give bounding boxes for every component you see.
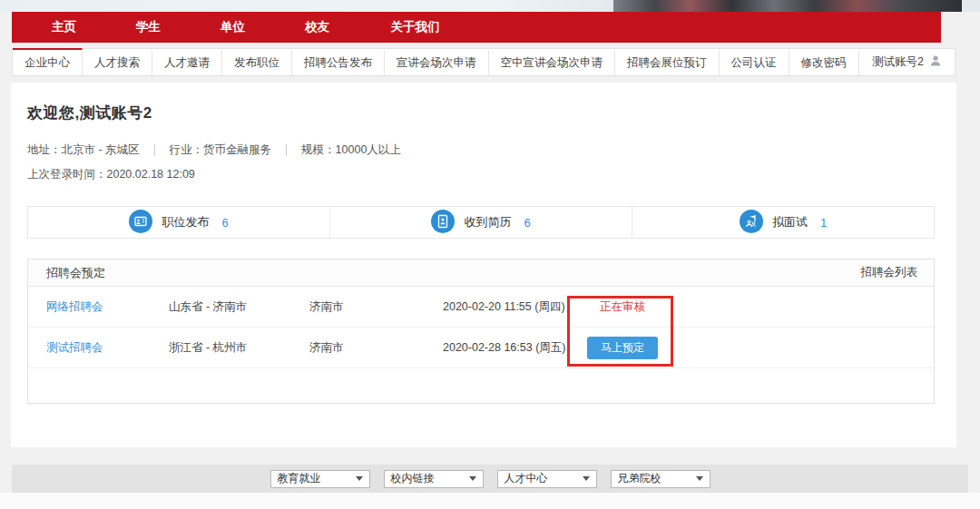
user-account-name: 测试账号2 [872, 54, 924, 70]
fair-time: 2020-02-28 16:53 (周五) [443, 340, 568, 356]
job-fair-bookings-card: 招聘会预定 招聘会列表 网络招聘会 山东省 - 济南市 济南市 2020-02-… [27, 259, 935, 404]
dropdown-education-employment[interactable]: 教育就业 [270, 470, 370, 488]
fair-name-link[interactable]: 测试招聘会 [37, 340, 169, 356]
stat-value: 6 [524, 216, 530, 230]
fair-city: 济南市 [309, 340, 443, 356]
interview-icon [740, 210, 763, 236]
nav-item-home[interactable]: 主页 [39, 19, 89, 35]
job-fair-card-title: 招聘会预定 [46, 265, 105, 281]
status-under-review: 正在审核 [600, 299, 645, 315]
dropdown-talent-center[interactable]: 人才中心 [497, 470, 597, 488]
book-now-button[interactable]: 马上预定 [587, 337, 658, 359]
stat-label: 收到简历 [464, 214, 511, 230]
fair-status-cell: 马上预定 [568, 337, 677, 359]
welcome-title: 欢迎您,测试账号2 [27, 103, 956, 123]
job-fair-card-header: 招聘会预定 招聘会列表 [28, 259, 934, 287]
dropdown-partner-schools[interactable]: 兄弟院校 [611, 470, 710, 488]
tab-enterprise-center[interactable]: 企业中心 [13, 48, 83, 75]
divider [154, 144, 155, 156]
tab-change-password[interactable]: 修改密码 [789, 49, 859, 75]
stat-value: 6 [221, 216, 228, 230]
dropdown-campus-links[interactable]: 校内链接 [384, 470, 484, 488]
resume-icon [431, 210, 455, 236]
tab-company-verification[interactable]: 公司认证 [720, 49, 789, 75]
fair-time: 2020-02-20 11:55 (周四) [443, 299, 568, 315]
divider [286, 144, 287, 156]
tab-post-job[interactable]: 发布职位 [222, 49, 292, 75]
tab-online-info-session-apply[interactable]: 空中宣讲会场次申请 [489, 49, 616, 75]
tab-job-fair-booth-booking[interactable]: 招聘会展位预订 [615, 49, 720, 75]
last-login-line: 上次登录时间：2020.02.18 12:09 [27, 167, 956, 182]
chevron-down-icon [469, 476, 476, 481]
footer-bar: 教育就业 校内链接 人才中心 兄弟院校 [12, 465, 968, 493]
nav-item-alumni[interactable]: 校友 [292, 19, 342, 35]
scale-info: 规模：10000人以上 [301, 142, 401, 158]
tab-talent-invite[interactable]: 人才邀请 [152, 49, 222, 75]
table-row: 网络招聘会 山东省 - 济南市 济南市 2020-02-20 11:55 (周四… [28, 287, 934, 328]
company-info-line: 地址：北京市 - 东城区 行业：货币金融服务 规模：10000人以上 [27, 142, 956, 158]
tab-talent-search[interactable]: 人才搜索 [83, 49, 152, 75]
stat-value: 1 [820, 216, 827, 230]
job-post-icon [129, 210, 152, 236]
nav-item-students[interactable]: 学生 [123, 19, 173, 35]
job-fair-list-link[interactable]: 招聘会列表 [861, 265, 918, 280]
secondary-tabbar: 企业中心 人才搜索 人才邀请 发布职位 招聘公告发布 宣讲会场次申请 空中宣讲会… [12, 48, 956, 76]
tab-info-session-apply[interactable]: 宣讲会场次申请 [385, 49, 489, 75]
stat-planned-interviews[interactable]: 拟面试 1 [632, 207, 934, 238]
top-banner [0, 0, 980, 12]
stat-label: 职位发布 [162, 214, 209, 230]
fair-city: 济南市 [309, 299, 443, 315]
tab-recruit-announcement[interactable]: 招聘公告发布 [292, 49, 385, 75]
nav-item-about[interactable]: 关于我们 [377, 19, 454, 35]
user-icon [929, 54, 942, 70]
chevron-down-icon [356, 476, 363, 481]
primary-navbar: 主页 学生 单位 校友 关于我们 [12, 12, 941, 43]
user-account[interactable]: 测试账号2 [872, 49, 955, 75]
dropdown-label: 教育就业 [278, 471, 321, 486]
chevron-down-icon [696, 476, 703, 481]
table-row: 测试招聘会 浙江省 - 杭州市 济南市 2020-02-28 16:53 (周五… [28, 328, 934, 368]
dropdown-label: 人才中心 [505, 471, 548, 486]
dropdown-label: 校内链接 [391, 471, 435, 486]
industry-info: 行业：货币金融服务 [170, 142, 272, 158]
fair-name-link[interactable]: 网络招聘会 [37, 299, 169, 315]
chevron-down-icon [583, 476, 590, 481]
stat-resumes-received[interactable]: 收到简历 6 [329, 207, 632, 238]
stats-strip: 职位发布 6 收到简历 6 拟面试 1 [27, 206, 935, 239]
fair-status-cell: 正在审核 [568, 299, 677, 315]
nav-item-employers[interactable]: 单位 [208, 19, 258, 35]
bottom-strip [0, 493, 980, 509]
address-info: 地址：北京市 - 东城区 [27, 142, 140, 158]
stat-job-posts[interactable]: 职位发布 6 [28, 207, 329, 238]
dropdown-label: 兄弟院校 [618, 471, 662, 486]
fair-region: 山东省 - 济南市 [169, 299, 309, 315]
main-content: 欢迎您,测试账号2 地址：北京市 - 东城区 行业：货币金融服务 规模：1000… [11, 83, 956, 447]
stat-label: 拟面试 [772, 214, 808, 230]
fair-region: 浙江省 - 杭州市 [169, 340, 309, 356]
banner-photo [613, 0, 962, 12]
